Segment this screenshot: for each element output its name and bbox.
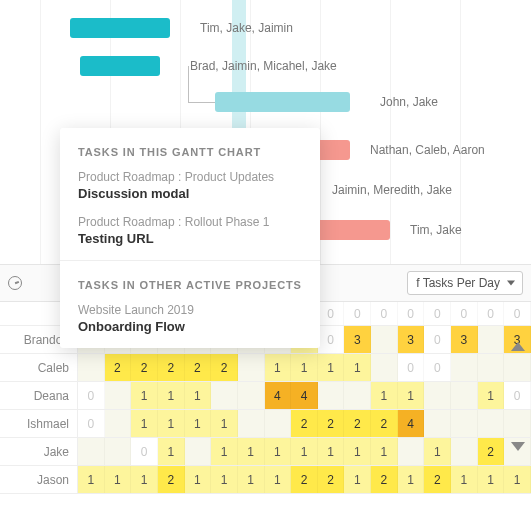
workload-cell[interactable]: 1	[344, 466, 371, 493]
workload-cell[interactable]: 2	[291, 410, 318, 437]
workload-cell[interactable]	[478, 326, 505, 353]
workload-cell[interactable]: 1	[291, 438, 318, 465]
workload-cell[interactable]: 1	[265, 466, 292, 493]
workload-cell[interactable]	[371, 354, 398, 381]
workload-cell[interactable]: 2	[291, 466, 318, 493]
workload-cell[interactable]	[344, 382, 371, 409]
workload-cell[interactable]: 1	[478, 466, 505, 493]
gantt-bar[interactable]	[80, 56, 160, 76]
workload-cell[interactable]	[211, 382, 238, 409]
workload-cell[interactable]: 1	[185, 466, 212, 493]
workload-cell[interactable]: 2	[131, 354, 158, 381]
workload-cell[interactable]: 1	[318, 354, 345, 381]
workload-cell[interactable]: 1	[78, 466, 105, 493]
workload-cell[interactable]: 1	[371, 438, 398, 465]
workload-cell[interactable]	[185, 438, 212, 465]
workload-cell[interactable]: 1	[211, 466, 238, 493]
workload-cell[interactable]: 0	[398, 354, 425, 381]
person-name[interactable]: Jake	[0, 438, 78, 465]
workload-cell[interactable]: 1	[504, 466, 531, 493]
gantt-bar[interactable]	[215, 92, 350, 112]
workload-cell[interactable]: 1	[131, 410, 158, 437]
workload-cell[interactable]: 0	[78, 410, 105, 437]
workload-cell[interactable]: 4	[398, 410, 425, 437]
workload-cell[interactable]	[451, 438, 478, 465]
workload-cell[interactable]: 2	[478, 438, 505, 465]
workload-cell[interactable]	[78, 354, 105, 381]
workload-cell[interactable]: 1	[238, 438, 265, 465]
workload-cell[interactable]: 2	[211, 354, 238, 381]
person-name[interactable]: Deana	[0, 382, 78, 409]
workload-cell[interactable]: 2	[318, 410, 345, 437]
person-name[interactable]: Jason	[0, 466, 78, 493]
workload-cell[interactable]: 1	[158, 438, 185, 465]
workload-cell[interactable]: 1	[211, 410, 238, 437]
workload-cell[interactable]	[238, 410, 265, 437]
workload-cell[interactable]: 3	[451, 326, 478, 353]
workload-cell[interactable]	[478, 354, 505, 381]
workload-cell[interactable]: 1	[158, 410, 185, 437]
workload-cell[interactable]	[424, 382, 451, 409]
workload-cell[interactable]	[424, 410, 451, 437]
workload-cell[interactable]: 1	[265, 438, 292, 465]
workload-cell[interactable]: 0	[131, 438, 158, 465]
workload-cell[interactable]: 1	[105, 466, 132, 493]
workload-cell[interactable]: 3	[398, 326, 425, 353]
workload-cell[interactable]: 1	[291, 354, 318, 381]
workload-cell[interactable]: 0	[424, 354, 451, 381]
workload-cell[interactable]	[371, 326, 398, 353]
workload-cell[interactable]: 1	[344, 354, 371, 381]
workload-cell[interactable]: 1	[371, 382, 398, 409]
tooltip-task-entry[interactable]: Product Roadmap : Rollout Phase 1Testing…	[78, 215, 302, 246]
scroll-up-icon[interactable]	[511, 342, 525, 351]
workload-cell[interactable]: 1	[185, 410, 212, 437]
workload-cell[interactable]: 2	[424, 466, 451, 493]
workload-cell[interactable]: 0	[78, 382, 105, 409]
person-name[interactable]: Caleb	[0, 354, 78, 381]
workload-cell[interactable]	[451, 382, 478, 409]
workload-cell[interactable]: 2	[105, 354, 132, 381]
gantt-bar[interactable]	[308, 220, 390, 240]
workload-cell[interactable]	[398, 438, 425, 465]
workload-cell[interactable]: 2	[318, 466, 345, 493]
workload-cell[interactable]: 1	[211, 438, 238, 465]
workload-cell[interactable]: 3	[344, 326, 371, 353]
workload-cell[interactable]: 1	[185, 382, 212, 409]
workload-cell[interactable]	[105, 438, 132, 465]
tooltip-task-entry[interactable]: Product Roadmap : Product UpdatesDiscuss…	[78, 170, 302, 201]
workload-cell[interactable]	[504, 354, 531, 381]
person-name[interactable]: Ishmael	[0, 410, 78, 437]
workload-cell[interactable]	[451, 410, 478, 437]
workload-cell[interactable]: 2	[158, 466, 185, 493]
workload-cell[interactable]: 2	[158, 354, 185, 381]
workload-cell[interactable]	[238, 382, 265, 409]
workload-cell[interactable]	[105, 410, 132, 437]
workload-cell[interactable]: 1	[238, 466, 265, 493]
workload-cell[interactable]: 1	[398, 466, 425, 493]
workload-cell[interactable]	[105, 382, 132, 409]
workload-cell[interactable]: 1	[344, 438, 371, 465]
workload-cell[interactable]: 1	[131, 382, 158, 409]
workload-cell[interactable]: 1	[265, 354, 292, 381]
tooltip-task-entry[interactable]: Website Launch 2019Onboarding Flow	[78, 303, 302, 334]
workload-cell[interactable]: 1	[451, 466, 478, 493]
workload-cell[interactable]: 1	[318, 438, 345, 465]
workload-cell[interactable]	[238, 354, 265, 381]
workload-cell[interactable]: 1	[424, 438, 451, 465]
workload-metric-dropdown[interactable]: f Tasks Per Day	[407, 271, 523, 295]
workload-cell[interactable]: 2	[371, 410, 398, 437]
workload-cell[interactable]: 1	[478, 382, 505, 409]
workload-cell[interactable]: 2	[344, 410, 371, 437]
workload-cell[interactable]: 2	[371, 466, 398, 493]
workload-cell[interactable]	[78, 438, 105, 465]
workload-cell[interactable]	[265, 410, 292, 437]
workload-cell[interactable]: 1	[158, 382, 185, 409]
workload-cell[interactable]: 4	[291, 382, 318, 409]
scroll-down-icon[interactable]	[511, 442, 525, 451]
workload-cell[interactable]: 1	[131, 466, 158, 493]
workload-cell[interactable]: 0	[424, 326, 451, 353]
workload-cell[interactable]: 2	[185, 354, 212, 381]
gantt-bar[interactable]	[70, 18, 170, 38]
workload-cell[interactable]: 1	[398, 382, 425, 409]
workload-cell[interactable]	[451, 354, 478, 381]
